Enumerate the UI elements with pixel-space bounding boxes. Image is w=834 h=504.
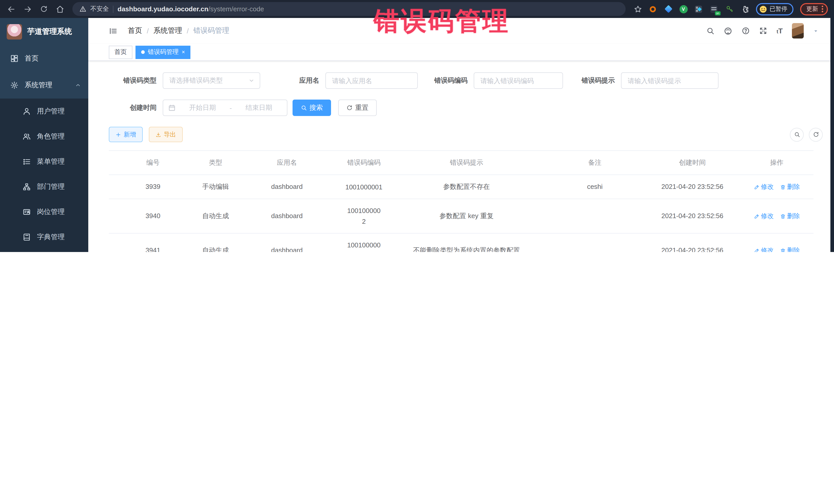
user-menu-caret-icon[interactable]	[813, 28, 819, 34]
sidebar-item-label: 字典管理	[37, 232, 65, 241]
caret-up-icon	[75, 82, 81, 88]
home-icon[interactable]	[56, 5, 64, 13]
edit-link[interactable]: 修改	[754, 181, 774, 193]
reset-refresh-icon	[347, 105, 353, 111]
font-size-icon[interactable]: tT	[776, 27, 783, 35]
app-name-input[interactable]	[325, 72, 418, 89]
add-button[interactable]: 新增	[109, 127, 143, 142]
sidebar-submenu: 用户管理角色管理菜单管理部门管理岗位管理字典管理通知公告审计日志在线用户短信管理…	[0, 98, 88, 252]
error-code-input[interactable]	[474, 72, 563, 89]
user-avatar[interactable]	[792, 23, 804, 39]
cell-actions: 修改删除	[740, 204, 813, 228]
paused-label: 已暂停	[770, 5, 787, 13]
cell-actions: 修改删除	[740, 175, 813, 199]
extension-icon-vue-devtools[interactable]: V	[679, 5, 687, 13]
refresh-icon	[813, 131, 819, 137]
extension-icon-list[interactable]: on	[709, 5, 718, 13]
logo-avatar	[7, 24, 22, 39]
column-header: 操作	[740, 152, 813, 174]
cell-time: 2021-04-20 23:52:56	[644, 204, 740, 228]
start-date-placeholder: 开始日期	[180, 103, 225, 112]
security-label: 不安全	[90, 5, 109, 13]
fullscreen-icon[interactable]	[759, 27, 767, 35]
extension-icon-blue-gem[interactable]	[664, 5, 673, 13]
date-range-picker[interactable]: 开始日期 - 结束日期	[163, 100, 287, 116]
sidebar-menu: 首页系统管理用户管理角色管理菜单管理部门管理岗位管理字典管理通知公告审计日志在线…	[0, 45, 88, 252]
bookmark-star-icon[interactable]	[634, 5, 642, 13]
sidebar-item-岗位管理[interactable]: 岗位管理	[0, 199, 88, 224]
forward-icon[interactable]	[24, 5, 32, 13]
sidebar-item-字典管理[interactable]: 字典管理	[0, 224, 88, 249]
breadcrumb-separator: /	[147, 27, 149, 35]
on-badge: on	[715, 11, 720, 15]
sidebar-item-首页[interactable]: 首页	[0, 45, 88, 72]
trash-icon	[780, 213, 786, 219]
search-icon[interactable]	[706, 27, 715, 35]
app-viewport: 芋道管理系统 首页系统管理用户管理角色管理菜单管理部门管理岗位管理字典管理通知公…	[0, 18, 834, 252]
vertical-scrollbar[interactable]	[830, 0, 834, 252]
sidebar-item-label: 菜单管理	[37, 157, 65, 166]
orange-ring-glyph	[650, 6, 656, 12]
main-area: 首页/系统管理/错误码管理 tT 首页 错误码管理 ×	[88, 18, 834, 252]
app-root: 不安全 dashboard.yudao.iocoder.cn/system/er…	[0, 0, 834, 252]
extension-icon-grid[interactable]	[694, 5, 703, 13]
tab-close-icon[interactable]: ×	[182, 49, 185, 55]
sidebar-item-通知公告[interactable]: 通知公告	[0, 249, 88, 252]
create-time-label: 创建时间	[109, 103, 163, 112]
extension-icon-key[interactable]	[725, 5, 734, 13]
browser-update-button[interactable]: 更新	[800, 3, 828, 15]
extensions-puzzle-icon[interactable]	[740, 5, 749, 13]
table-row[interactable]: 3940自动生成dashboard1001000002参数配置 key 重复20…	[109, 199, 813, 234]
error-type-select[interactable]: 请选择错误码类型	[163, 72, 260, 89]
sidebar-item-label: 角色管理	[37, 132, 65, 141]
search-button[interactable]: 搜索	[292, 100, 331, 116]
cell-id: 3939	[109, 175, 197, 199]
sidebar-item-用户管理[interactable]: 用户管理	[0, 98, 88, 124]
edit-link[interactable]: 修改	[754, 211, 774, 222]
delete-link[interactable]: 删除	[780, 211, 800, 222]
sidebar: 芋道管理系统 首页系统管理用户管理角色管理菜单管理部门管理岗位管理字典管理通知公…	[0, 18, 88, 252]
refresh-table-button[interactable]	[809, 128, 823, 141]
edit-icon	[754, 184, 759, 190]
cell-app: dashboard	[234, 175, 340, 199]
sidebar-item-label: 岗位管理	[37, 207, 65, 216]
cell-remark	[545, 210, 644, 222]
breadcrumb-item[interactable]: 首页	[128, 26, 142, 36]
edit-link[interactable]: 修改	[754, 245, 774, 252]
error-message-input[interactable]	[621, 72, 719, 89]
browser-menu-dots-icon[interactable]	[822, 6, 823, 12]
tags-view-bar: 首页 错误码管理 ×	[88, 44, 834, 61]
menu-list-icon	[23, 157, 31, 166]
error-type-label: 错误码类型	[109, 76, 163, 85]
reload-icon[interactable]	[40, 5, 48, 13]
github-icon[interactable]	[724, 26, 732, 35]
table-row[interactable]: 3939手动编辑dashboard1001000001参数配置不存在ceshi2…	[109, 175, 813, 199]
sidebar-item-label: 部门管理	[37, 182, 65, 191]
help-icon[interactable]	[742, 27, 750, 35]
tab-error-code[interactable]: 错误码管理 ×	[135, 45, 191, 59]
app-logo-row[interactable]: 芋道管理系统	[0, 18, 88, 45]
paused-extension-pill[interactable]: 已暂停	[756, 3, 793, 15]
reset-button[interactable]: 重置	[338, 100, 377, 116]
delete-link[interactable]: 删除	[780, 181, 800, 193]
breadcrumb-item[interactable]: 系统管理	[153, 26, 182, 36]
emoji-face-icon	[759, 5, 767, 13]
export-button[interactable]: 导出	[149, 127, 183, 142]
cell-app: dashboard	[234, 239, 340, 252]
toggle-search-button[interactable]	[790, 128, 804, 141]
magnifier-icon	[794, 131, 800, 137]
delete-link[interactable]: 删除	[780, 245, 800, 252]
back-icon[interactable]	[7, 5, 15, 13]
cell-actions: 修改删除	[740, 239, 813, 252]
extension-icon-orange-ring[interactable]	[649, 5, 657, 13]
sidebar-fold-icon[interactable]	[109, 26, 117, 35]
column-header: 类型	[197, 152, 234, 174]
sidebar-item-系统管理[interactable]: 系统管理	[0, 72, 88, 98]
address-bar[interactable]: 不安全 dashboard.yudao.iocoder.cn/system/er…	[72, 2, 626, 16]
sidebar-item-菜单管理[interactable]: 菜单管理	[0, 149, 88, 174]
table-row[interactable]: 3941自动生成dashboard1001000003不能删除类型为系统内置的参…	[109, 234, 813, 252]
tab-home[interactable]: 首页	[109, 45, 132, 59]
sidebar-item-角色管理[interactable]: 角色管理	[0, 124, 88, 149]
chevron-down-icon	[248, 78, 255, 84]
sidebar-item-部门管理[interactable]: 部门管理	[0, 174, 88, 199]
